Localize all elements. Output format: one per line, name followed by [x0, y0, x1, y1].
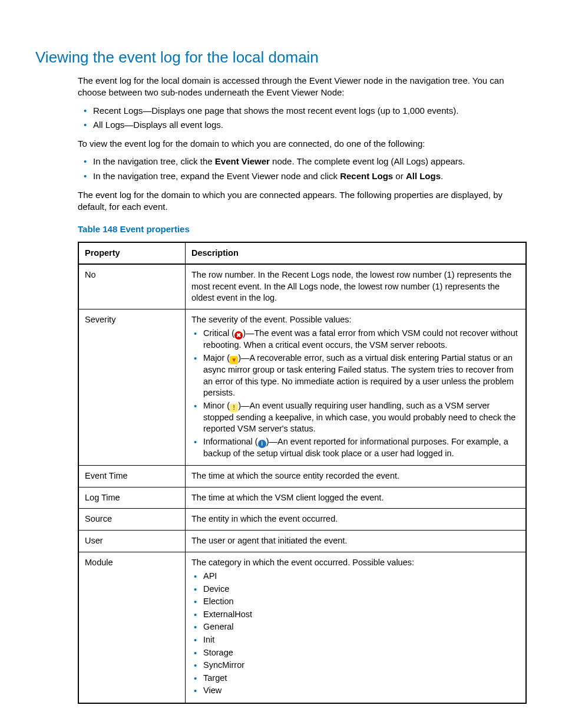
cell-description: The user or agent that initiated the eve…	[186, 531, 527, 552]
intro-paragraph: The event log for the local domain is ac…	[78, 75, 527, 99]
text-run: )—The event was a fatal error from which…	[203, 328, 518, 350]
list-item: Minor (!)—An event usually requiring use…	[191, 400, 520, 435]
event-properties-table: Property Description No The row number. …	[78, 242, 527, 704]
table-caption: Table 148 Event properties	[78, 223, 527, 235]
bold-text: All Logs	[406, 171, 441, 181]
list-item: Target	[191, 673, 520, 684]
page-heading: Viewing the event log for the local doma…	[35, 47, 527, 68]
cell-description: The time at which the source entity reco…	[186, 466, 527, 487]
major-icon: ▼	[230, 356, 238, 364]
text-run: Major (	[203, 353, 230, 363]
cell-property: Event Time	[78, 466, 186, 487]
text-run: Informational (	[203, 437, 258, 446]
table-header-row: Property Description	[78, 242, 526, 265]
text-run: or	[393, 171, 406, 181]
text-run: node. The complete event log (All Logs) …	[270, 156, 465, 166]
list-item: Informational (i)—An event reported for …	[191, 436, 520, 460]
cell-description: The severity of the event. Possible valu…	[186, 309, 527, 466]
bold-text: Event Viewer	[215, 156, 270, 166]
minor-icon: !	[230, 404, 238, 412]
text-run: )—An event usually requiring user handli…	[203, 401, 515, 434]
list-item: General	[191, 621, 520, 633]
table-row: Event Time The time at which the source …	[78, 466, 526, 487]
th-property: Property	[78, 242, 186, 265]
list-item: SyncMirror	[191, 660, 520, 671]
list-item: Election	[191, 596, 520, 608]
table-row: User The user or agent that initiated th…	[78, 531, 526, 552]
list-item: Init	[191, 634, 520, 646]
text-run: In the navigation tree, click the	[93, 156, 215, 166]
howto-lead: To view the event log for the domain to …	[78, 138, 527, 150]
text-run: )—A recoverable error, such as a virtual…	[203, 353, 514, 397]
cell-property: Severity	[78, 309, 186, 466]
list-item: ExternalHost	[191, 609, 520, 621]
list-item: Storage	[191, 647, 520, 659]
content-area: The event log for the local domain is ac…	[78, 75, 527, 728]
cell-property: Module	[78, 552, 186, 703]
list-item: In the navigation tree, click the Event …	[78, 156, 527, 167]
text-run: The severity of the event. Possible valu…	[191, 314, 520, 326]
cell-description: The time at which the VSM client logged …	[186, 487, 527, 509]
list-item: In the navigation tree, expand the Event…	[78, 170, 527, 182]
critical-icon: ✖	[234, 331, 243, 340]
text-run: Critical (	[203, 328, 234, 338]
table-row: Severity The severity of the event. Poss…	[78, 309, 526, 466]
info-icon: i	[258, 440, 266, 448]
cell-property: User	[78, 531, 186, 552]
after-list-paragraph: The event log for the domain to which yo…	[78, 189, 527, 213]
text-run: The category in which the event occurred…	[191, 557, 520, 569]
list-item: Recent Logs—Displays one page that shows…	[78, 105, 527, 117]
list-item: View	[191, 685, 520, 697]
howto-list: In the navigation tree, click the Event …	[78, 156, 527, 182]
subnodes-list: Recent Logs—Displays one page that shows…	[78, 105, 527, 131]
cell-description: The row number. In the Recent Logs node,…	[186, 264, 527, 309]
table-row: Source The entity in which the event occ…	[78, 509, 526, 531]
list-item: API	[191, 571, 520, 582]
cell-description: The entity in which the event occurred.	[186, 509, 527, 531]
text-run: .	[441, 171, 443, 181]
bold-text: Recent Logs	[340, 171, 393, 181]
th-description: Description	[186, 242, 527, 265]
table-row: No The row number. In the Recent Logs no…	[78, 264, 526, 309]
table-row: Module The category in which the event o…	[78, 552, 526, 703]
list-item: All Logs—Displays all event logs.	[78, 119, 527, 131]
cell-property: No	[78, 264, 186, 309]
table-row: Log Time The time at which the VSM clien…	[78, 487, 526, 509]
text-run: In the navigation tree, expand the Event…	[93, 171, 340, 181]
text-run: Minor (	[203, 401, 230, 410]
severity-list: Critical (✖)—The event was a fatal error…	[191, 328, 520, 459]
cell-property: Source	[78, 509, 186, 531]
list-item: Device	[191, 584, 520, 595]
module-list: API Device Election ExternalHost General…	[191, 571, 520, 697]
list-item: Major (▼)—A recoverable error, such as a…	[191, 353, 520, 399]
cell-property: Log Time	[78, 487, 186, 509]
list-item: Critical (✖)—The event was a fatal error…	[191, 328, 520, 351]
cell-description: The category in which the event occurred…	[186, 552, 527, 703]
